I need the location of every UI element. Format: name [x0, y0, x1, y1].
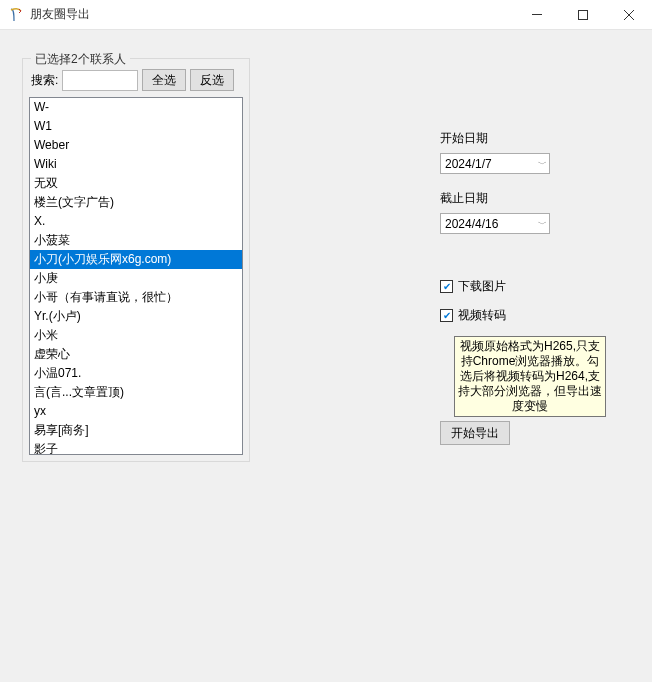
window-controls — [514, 0, 652, 29]
download-images-label: 下载图片 — [458, 278, 506, 295]
search-label: 搜索: — [31, 72, 58, 89]
svg-rect-0 — [532, 14, 542, 15]
list-item[interactable]: 小哥（有事请直说，很忙） — [30, 288, 242, 307]
svg-rect-1 — [579, 10, 588, 19]
right-pane: 开始日期 2024/1/7 ﹀ 截止日期 2024/4/16 ﹀ 下载图片 视频… — [250, 48, 630, 664]
download-images-checkbox[interactable] — [440, 280, 453, 293]
list-item[interactable]: Wiki — [30, 155, 242, 174]
list-item[interactable]: 小温071. — [30, 364, 242, 383]
end-date-value: 2024/4/16 — [445, 217, 498, 231]
list-item[interactable]: yx — [30, 402, 242, 421]
contacts-listbox[interactable]: W-W1WeberWiki无双楼兰(文字广告)X.小菠菜小刀(小刀娱乐网x6g.… — [29, 97, 243, 455]
minimize-button[interactable] — [514, 0, 560, 29]
select-all-button[interactable]: 全选 — [142, 69, 186, 91]
list-item[interactable]: W- — [30, 98, 242, 117]
window-body: 已选择2个联系人 搜索: 全选 反选 W-W1WeberWiki无双楼兰(文字广… — [0, 30, 652, 682]
close-button[interactable] — [606, 0, 652, 29]
list-item[interactable]: 小菠菜 — [30, 231, 242, 250]
list-item[interactable]: 无双 — [30, 174, 242, 193]
list-item[interactable]: 小刀(小刀娱乐网x6g.com) — [30, 250, 242, 269]
download-images-row[interactable]: 下载图片 — [440, 278, 630, 295]
list-item[interactable]: 小庚 — [30, 269, 242, 288]
search-row: 搜索: 全选 反选 — [29, 69, 243, 91]
list-item[interactable]: Weber — [30, 136, 242, 155]
list-item[interactable]: 影子 — [30, 440, 242, 455]
start-date-label: 开始日期 — [440, 130, 630, 147]
export-button[interactable]: 开始导出 — [440, 421, 510, 445]
chevron-down-icon: ﹀ — [538, 217, 547, 230]
list-item[interactable]: Yr.(小卢) — [30, 307, 242, 326]
search-input[interactable] — [62, 70, 138, 91]
left-pane: 已选择2个联系人 搜索: 全选 反选 W-W1WeberWiki无双楼兰(文字广… — [22, 48, 250, 664]
start-date-value: 2024/1/7 — [445, 157, 492, 171]
end-date-label: 截止日期 — [440, 190, 630, 207]
video-transcode-row[interactable]: 视频转码 — [440, 307, 630, 324]
chevron-down-icon: ﹀ — [538, 157, 547, 170]
contacts-group: 已选择2个联系人 搜索: 全选 反选 W-W1WeberWiki无双楼兰(文字广… — [22, 58, 250, 462]
invert-select-button[interactable]: 反选 — [190, 69, 234, 91]
app-icon — [8, 7, 24, 23]
list-item[interactable]: 虚荣心 — [30, 345, 242, 364]
video-transcode-tooltip: 视频原始格式为H265,只支持Chrome浏览器播放。勾选后将视频转码为H264… — [454, 336, 606, 417]
list-item[interactable]: 楼兰(文字广告) — [30, 193, 242, 212]
titlebar: 朋友圈导出 — [0, 0, 652, 30]
list-item[interactable]: 言(言...文章置顶) — [30, 383, 242, 402]
group-title: 已选择2个联系人 — [31, 51, 130, 68]
list-item[interactable]: 小米 — [30, 326, 242, 345]
list-item[interactable]: 易享[商务] — [30, 421, 242, 440]
list-item[interactable]: W1 — [30, 117, 242, 136]
list-item[interactable]: X. — [30, 212, 242, 231]
end-date-combo[interactable]: 2024/4/16 ﹀ — [440, 213, 550, 234]
titlebar-text: 朋友圈导出 — [30, 6, 514, 23]
video-transcode-label: 视频转码 — [458, 307, 506, 324]
video-transcode-checkbox[interactable] — [440, 309, 453, 322]
maximize-button[interactable] — [560, 0, 606, 29]
start-date-combo[interactable]: 2024/1/7 ﹀ — [440, 153, 550, 174]
